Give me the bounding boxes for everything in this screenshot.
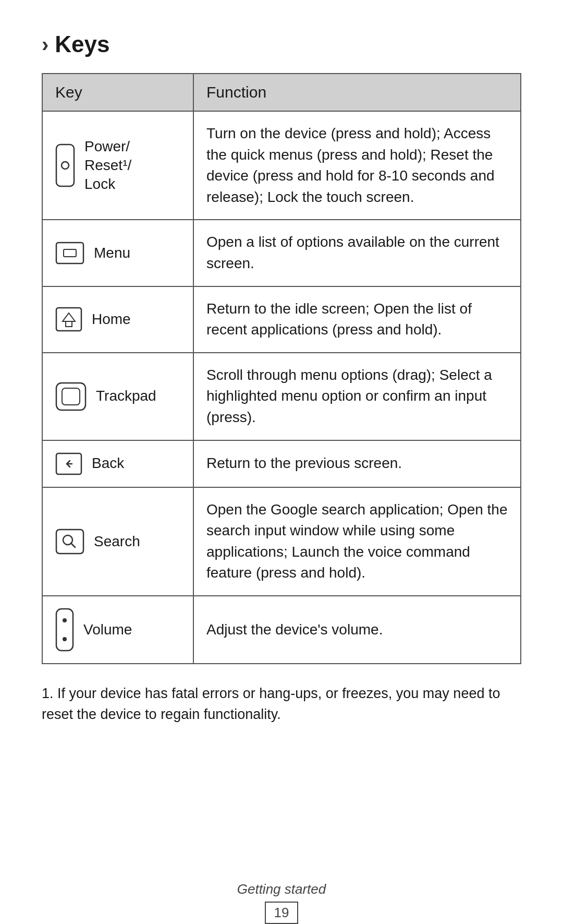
svg-rect-7 (56, 383, 85, 410)
trackpad-icon (55, 382, 87, 411)
svg-marker-5 (63, 313, 75, 321)
function-cell: Open the Google search application; Open… (193, 487, 521, 596)
page-footer: Getting started 19 (42, 881, 521, 924)
footer-section: Getting started (42, 881, 521, 897)
table-row: SearchOpen the Google search application… (42, 487, 521, 596)
svg-rect-10 (56, 530, 83, 554)
footer-page-number: 19 (265, 902, 299, 924)
function-cell: Turn on the device (press and hold); Acc… (193, 111, 521, 220)
key-label: Power/Reset¹/Lock (84, 137, 131, 194)
home-icon (55, 307, 82, 332)
col-header-key: Key (42, 74, 193, 111)
title-label: Keys (55, 31, 109, 57)
svg-rect-3 (64, 249, 76, 257)
function-cell: Scroll through menu options (drag); Sele… (193, 353, 521, 440)
key-label: Volume (83, 620, 132, 639)
key-label: Search (94, 532, 140, 551)
col-header-function: Function (193, 74, 521, 111)
svg-rect-8 (62, 388, 80, 405)
table-row: Power/Reset¹/LockTurn on the device (pre… (42, 111, 521, 220)
back-icon (55, 452, 82, 475)
svg-rect-4 (56, 308, 81, 331)
power-icon (55, 143, 75, 187)
svg-rect-13 (56, 609, 73, 651)
function-cell: Adjust the device's volume. (193, 596, 521, 664)
svg-point-14 (63, 618, 67, 622)
svg-point-1 (62, 162, 69, 169)
page-title: › Keys (42, 31, 521, 57)
svg-rect-2 (56, 243, 83, 263)
svg-rect-6 (66, 321, 72, 327)
svg-point-15 (63, 637, 67, 641)
key-label: Back (92, 454, 124, 473)
menu-icon (55, 242, 84, 265)
chevron-icon: › (42, 33, 48, 56)
keys-table: Key Function Power/Reset¹/LockTurn on th… (42, 73, 521, 664)
table-row: HomeReturn to the idle screen; Open the … (42, 286, 521, 353)
key-label: Trackpad (96, 387, 156, 405)
svg-rect-0 (56, 145, 74, 186)
key-label: Home (92, 310, 131, 329)
table-row: BackReturn to the previous screen. (42, 440, 521, 487)
footnote: 1. If your device has fatal errors or ha… (42, 683, 521, 725)
function-cell: Return to the previous screen. (193, 440, 521, 487)
svg-line-12 (71, 543, 75, 547)
table-row: VolumeAdjust the device's volume. (42, 596, 521, 664)
function-cell: Return to the idle screen; Open the list… (193, 286, 521, 353)
function-cell: Open a list of options available on the … (193, 220, 521, 286)
search-icon (55, 529, 84, 555)
key-label: Menu (94, 244, 130, 262)
table-row: TrackpadScroll through menu options (dra… (42, 353, 521, 440)
table-row: MenuOpen a list of options available on … (42, 220, 521, 286)
table-header-row: Key Function (42, 74, 521, 111)
volume-icon (55, 608, 74, 652)
